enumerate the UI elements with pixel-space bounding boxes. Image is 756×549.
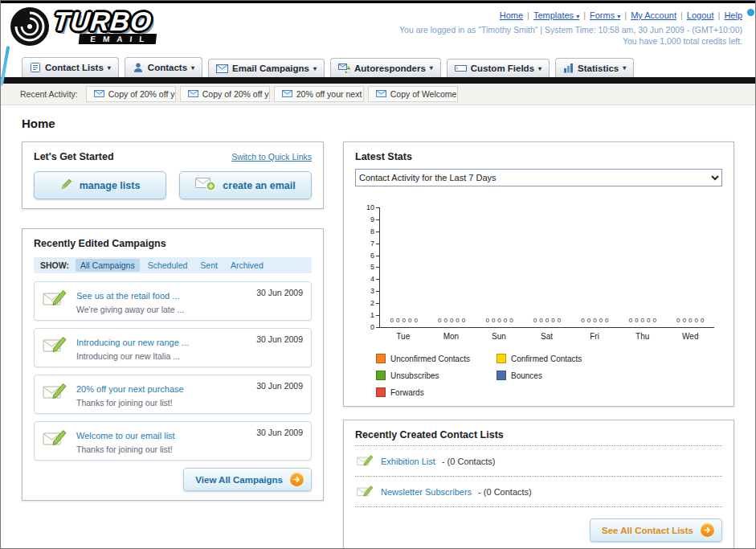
page-title: Home [22,117,734,130]
y-axis-label: 1 [370,315,379,316]
top-link-home[interactable]: Home [500,10,523,20]
campaign-title-link[interactable]: See us at the retail food ... [76,291,179,301]
campaign-row[interactable]: Welcome to our email listThanks for join… [34,421,312,461]
get-started-title: Let's Get Started [34,151,114,162]
top-link-forms[interactable]: Forms ▾ [590,10,620,20]
y-axis-label: 2 [370,303,379,304]
chart-value-label: 0 [653,318,656,324]
recent-activity-item[interactable]: Copy of 20% off yc [180,86,270,102]
legend-item: Unsubscribes [376,371,497,380]
see-all-contact-lists-button[interactable]: See All Contact Lists [590,518,722,542]
legend-label: Forwards [390,388,424,397]
campaign-tab-all-campaigns[interactable]: All Campaigns [76,259,140,272]
contact-list-link[interactable]: Exhibition List [381,457,435,466]
nav-tab-contact-lists[interactable]: Contact Lists▾ [22,57,119,77]
chart-category-group: 00000 [380,318,427,327]
app-logo[interactable]: TURBO EMAIL [9,6,157,47]
envelope-icon [188,89,198,99]
contact-list-link[interactable]: Newsletter Subscribers [381,487,472,497]
statistics-icon [563,63,574,73]
chevron-down-icon: ▾ [108,64,111,72]
campaign-tab-archived[interactable]: Archived [226,259,268,272]
contact-list-count: - (0 Contacts) [442,457,496,466]
x-axis-label: Thu [619,332,667,341]
campaign-title-link[interactable]: Introducing our new range ... [76,338,189,347]
stats-period-select[interactable]: Contact Activity for the Last 7 Days [355,169,722,186]
campaign-row[interactable]: 20% off your next purchaseThanks for joi… [34,375,312,414]
view-all-campaigns-button[interactable]: View All Campaigns [183,468,312,491]
link-separator: | [718,10,721,20]
chart-value-label: 0 [438,318,441,324]
top-link-help[interactable]: Help [724,10,742,20]
header: TURBO EMAIL Home|Templates ▾|Forms ▾|My … [1,3,755,53]
campaign-title-link[interactable]: Welcome to our email list [76,431,175,440]
show-label: SHOW: [40,260,69,270]
nav-tab-autoresponders[interactable]: Autoresponders▾ [330,58,441,77]
top-link-logout[interactable]: Logout [687,10,714,20]
chevron-down-icon: ▾ [313,65,317,72]
nav-tab-label: Contacts [148,63,187,72]
chart-value-label: 0 [629,318,632,324]
y-axis-label: 10 [366,207,379,208]
campaign-subtitle: We're giving away our late ... [76,305,184,314]
chevron-down-icon: ▾ [617,13,620,20]
recent-activity-item[interactable]: Copy of 20% off yc [86,86,176,102]
chart-value-label: 0 [558,318,561,324]
custom-fields-icon [455,64,467,73]
campaign-date: 30 Jun 2009 [256,381,303,391]
arrow-icon [704,526,711,534]
recent-activity-item[interactable]: Copy of Welcome tc [368,86,458,102]
campaign-tab-sent[interactable]: Sent [195,259,223,272]
create-email-button[interactable]: create an email [179,171,312,199]
envelope-icon [282,89,292,99]
campaign-row[interactable]: Introducing our new range ...Introducing… [34,328,312,367]
top-link-my-account[interactable]: My Account [631,10,676,20]
campaign-date: 30 Jun 2009 [256,288,303,297]
chart-value-label: 0 [414,318,417,324]
x-axis-label: Fri [570,332,619,341]
campaign-title-link[interactable]: 20% off your next purchase [76,384,184,394]
contacts-icon [133,62,144,73]
header-right: Home|Templates ▾|Forms ▾|My Account|Logo… [399,7,742,46]
get-started-panel: Let's Get Started Switch to Quick Links … [22,141,324,209]
nav-tab-statistics[interactable]: Statistics▾ [555,58,634,77]
chart-value-label: 0 [647,318,650,324]
manage-lists-label: manage lists [80,180,141,191]
nav-tab-label: Email Campaigns [232,64,309,73]
chart-value-label: 0 [504,318,507,324]
campaign-tab-scheduled[interactable]: Scheduled [143,259,193,272]
pencil-icon [60,178,73,193]
chart-value-label: 0 [599,318,603,324]
switch-quick-links-link[interactable]: Switch to Quick Links [231,152,312,162]
top-links: Home|Templates ▾|Forms ▾|My Account|Logo… [399,7,742,22]
legend-label: Bounces [511,371,542,380]
main-content: Home Let's Get Started Switch to Quick L… [1,105,755,549]
y-axis-label: 9 [370,219,379,220]
top-link-templates[interactable]: Templates ▾ [533,10,579,20]
nav-tab-contacts[interactable]: Contacts▾ [125,57,202,77]
campaign-subtitle: Thanks for joining our list! [76,445,175,454]
y-axis-label: 5 [370,267,379,268]
chart-value-label: 0 [635,318,638,324]
campaign-row[interactable]: See us at the retail food ...We're givin… [34,281,312,321]
envelope-pencil-icon [43,334,68,357]
y-axis: 109876543210 [360,207,379,328]
recent-activity-item[interactable]: 20% off your next [274,86,364,102]
campaigns-title: Recently Edited Campaigns [34,238,312,249]
chart-value-label: 0 [509,318,513,324]
chevron-down-icon: ▾ [576,13,579,20]
nav-tab-custom-fields[interactable]: Custom Fields▾ [447,59,550,77]
legend-swatch [376,354,386,363]
chart-plot: 00000000000000000000000000000000000 [379,207,714,328]
contact-lists-title: Recently Created Contact Lists [355,429,722,440]
manage-lists-button[interactable]: manage lists [34,171,166,199]
nav-tab-email-campaigns[interactable]: Email Campaigns▾ [208,59,325,77]
legend-swatch [376,387,386,397]
legend-label: Unconfirmed Contacts [390,354,470,363]
x-axis-label: Sun [475,332,523,341]
view-all-campaigns-label: View All Campaigns [195,475,283,485]
latest-stats-panel: Latest Stats Contact Activity for the La… [343,141,734,407]
contact-lists-panel: Recently Created Contact Lists Exhibitio… [343,420,734,549]
legend-item: Forwards [376,387,497,397]
stats-chart: 1098765432100000000000000000000000000000… [360,207,714,341]
